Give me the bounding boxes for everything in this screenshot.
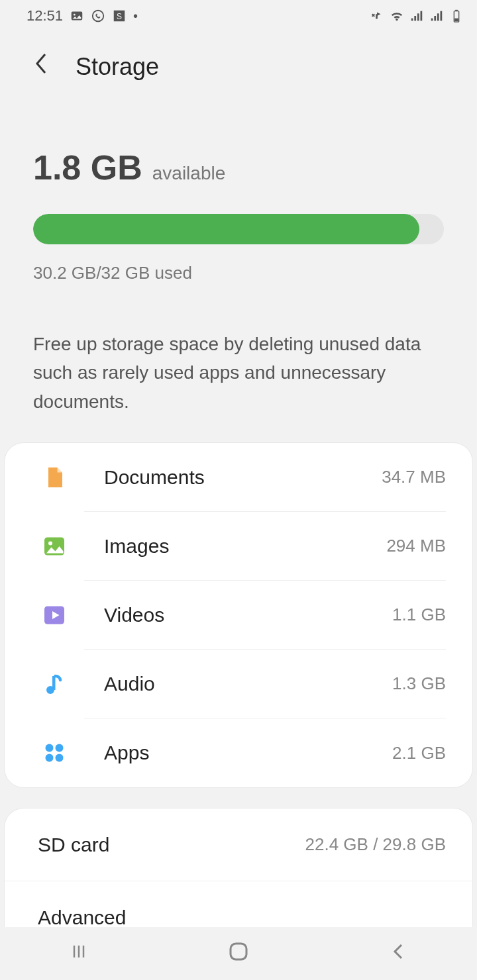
category-label: Audio [104,673,155,695]
status-left: 12:51 S • [26,7,138,24]
signal-2-icon [429,9,444,23]
document-icon [25,466,84,489]
more-dot-icon: • [133,9,138,24]
svg-rect-8 [417,13,419,21]
available-size: 1.8 GB [33,148,142,187]
category-size: 1.3 GB [392,673,446,694]
sdcard-row[interactable]: SD card 22.4 GB / 29.8 GB [5,808,472,881]
category-label: Documents [104,466,205,489]
category-size: 2.1 GB [392,743,446,763]
svg-rect-9 [421,11,423,21]
vibrate-icon [370,9,384,23]
category-apps[interactable]: Apps 2.1 GB [5,718,472,787]
storage-summary: 1.8 GB available 30.2 GB/32 GB used [0,88,477,303]
category-size: 34.7 MB [382,467,446,487]
svg-rect-16 [454,19,458,22]
categories-card: Documents 34.7 MB Images 294 MB Videos 1… [4,442,473,788]
svg-rect-10 [431,19,433,21]
svg-rect-21 [52,676,56,690]
nav-recents-icon[interactable] [69,942,89,966]
svg-point-22 [46,744,54,752]
sdcard-label: SD card [38,834,109,856]
svg-rect-15 [455,10,458,11]
nav-bar [0,927,477,980]
svg-rect-13 [441,11,443,21]
status-time: 12:51 [26,7,63,24]
wifi-icon [390,9,404,23]
storage-progress-fill [33,214,419,244]
sdcard-value: 22.4 GB / 29.8 GB [305,834,446,855]
image-icon [25,534,84,558]
app-header: Storage [0,32,477,88]
storage-progress [33,214,444,244]
svg-text:S: S [117,12,122,21]
battery-icon [449,9,464,23]
category-videos[interactable]: Videos 1.1 GB [5,581,472,650]
category-size: 294 MB [386,536,446,556]
svg-point-1 [74,14,76,16]
svg-point-2 [93,11,104,22]
svg-point-24 [46,754,54,762]
advanced-label: Advanced [38,906,126,929]
category-label: Videos [104,604,164,626]
category-label: Images [104,535,169,558]
svg-rect-12 [437,13,439,21]
apps-icon [25,741,84,765]
status-bar: 12:51 S • [0,0,477,32]
nav-back-icon[interactable] [388,942,408,966]
category-audio[interactable]: Audio 1.3 GB [5,650,472,718]
whatsapp-icon [91,9,105,23]
svg-point-18 [48,542,52,546]
available-label: available [152,163,226,184]
app-s-icon: S [112,9,127,23]
gallery-icon [70,9,84,23]
nav-home-icon[interactable] [227,940,250,967]
category-images[interactable]: Images 294 MB [5,512,472,581]
category-size: 1.1 GB [392,605,446,625]
svg-point-25 [56,754,64,762]
page-title: Storage [76,53,159,81]
svg-rect-6 [411,19,413,21]
used-text: 30.2 GB/32 GB used [33,263,444,283]
svg-rect-5 [376,14,378,19]
status-right [370,9,464,23]
category-label: Apps [104,742,149,764]
svg-rect-11 [434,16,436,21]
video-icon [25,603,84,627]
svg-rect-7 [414,16,416,21]
svg-point-23 [56,744,64,752]
svg-rect-29 [231,944,246,959]
signal-1-icon [409,9,424,23]
audio-icon [25,672,84,696]
category-documents[interactable]: Documents 34.7 MB [5,443,472,512]
back-icon[interactable] [33,52,49,81]
tip-text: Free up storage space by deleting unused… [0,303,477,442]
